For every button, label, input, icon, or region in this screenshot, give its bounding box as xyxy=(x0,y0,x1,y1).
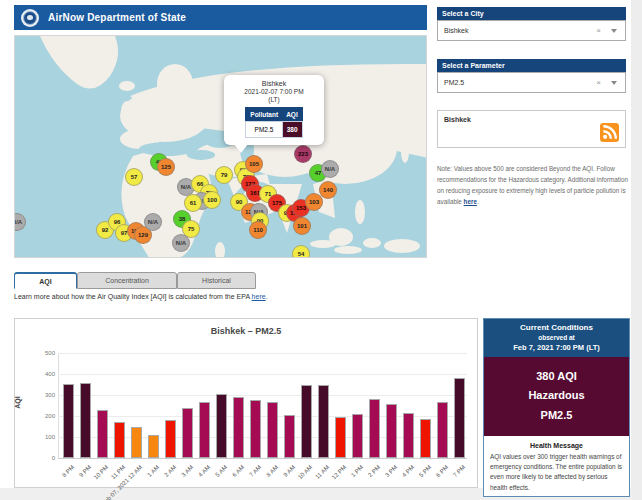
rss-icon[interactable] xyxy=(600,123,619,142)
chart-bar[interactable] xyxy=(386,404,397,458)
chart-bar[interactable] xyxy=(301,385,312,458)
chart-bar[interactable] xyxy=(250,400,261,458)
map-marker[interactable]: 79 xyxy=(215,166,233,184)
map-marker[interactable]: 105 xyxy=(245,155,263,173)
chart-gridline xyxy=(58,395,467,396)
parameter-select-value: PM2.5 xyxy=(444,79,464,86)
chart-gridline xyxy=(58,353,467,354)
chart-y-tick-label: 0 xyxy=(29,455,55,461)
tab-aqi[interactable]: AQI xyxy=(14,272,77,289)
learn-more-text: Learn more about how the Air Quality Ind… xyxy=(14,293,252,300)
chart-bar[interactable] xyxy=(284,415,295,458)
page: AirNow Department of State xyxy=(0,0,642,500)
chart-y-axis-label: AQI xyxy=(14,396,21,408)
chevron-down-icon[interactable] xyxy=(611,81,617,85)
aqi-bar-chart: Bishkek – PM2.5 AQI 01002003004005008 PM… xyxy=(14,318,478,488)
chart-gridline xyxy=(58,374,467,375)
popup-datetime: 2021-02-07 7:00 PM xyxy=(228,88,320,95)
learn-more-line: Learn more about how the Air Quality Ind… xyxy=(14,293,268,300)
current-conditions-datetime: Feb 7, 2021 7:00 PM (LT) xyxy=(486,343,627,352)
chart-y-tick-label: 300 xyxy=(29,392,55,398)
popup-city: Bishkek xyxy=(228,80,320,87)
popup-aqi-value: 380 xyxy=(282,122,302,138)
chart-bar[interactable] xyxy=(437,402,448,458)
app-title: AirNow Department of State xyxy=(48,12,186,23)
map-marker[interactable]: 110 xyxy=(249,221,267,239)
map-marker[interactable]: 57 xyxy=(125,168,143,186)
current-conditions-panel: Current Conditions observed at Feb 7, 20… xyxy=(483,318,630,497)
map-marker[interactable]: N/A xyxy=(144,213,162,231)
city-select-value: Bishkek xyxy=(444,27,469,34)
chart-x-axis xyxy=(58,458,467,459)
map-marker[interactable]: 125 xyxy=(157,158,175,176)
chart-bar[interactable] xyxy=(114,422,125,458)
chart-bar[interactable] xyxy=(148,435,159,458)
chart-y-tick-label: 400 xyxy=(29,371,55,377)
chart-bar[interactable] xyxy=(182,408,193,458)
map-marker[interactable]: 54 xyxy=(292,245,310,258)
page-background-strip xyxy=(631,0,642,500)
note-here-link[interactable]: here xyxy=(464,198,477,205)
chart-bar[interactable] xyxy=(165,420,176,458)
chart-bar[interactable] xyxy=(63,384,74,458)
rss-feed-city: Bishkek xyxy=(438,111,625,123)
select-city-header: Select a City xyxy=(437,7,626,20)
current-aqi-block: 380 AQI Hazardous PM2.5 xyxy=(484,357,629,436)
aqi-note-suffix: . xyxy=(477,198,479,205)
parameter-select[interactable]: PM2.5 × xyxy=(437,72,626,93)
chart-bar[interactable] xyxy=(352,414,363,458)
map-marker[interactable]: N/A xyxy=(321,160,339,178)
chart-bar[interactable] xyxy=(97,410,108,458)
clear-parameter-icon[interactable]: × xyxy=(596,73,601,92)
current-aqi-value: 380 AQI xyxy=(484,367,629,386)
select-parameter-header: Select a Parameter xyxy=(437,59,626,72)
map-marker[interactable]: 100 xyxy=(203,191,221,209)
city-select[interactable]: Bishkek × xyxy=(437,20,626,41)
chart-y-tick-label: 200 xyxy=(29,413,55,419)
epa-here-link[interactable]: here xyxy=(252,293,266,300)
health-message-section: Health Message AQI values over 300 trigg… xyxy=(484,436,629,497)
chart-bar[interactable] xyxy=(233,397,244,458)
chart-bar[interactable] xyxy=(335,417,346,458)
chart-bar[interactable] xyxy=(454,378,465,458)
current-conditions-header: Current Conditions observed at Feb 7, 20… xyxy=(484,319,629,357)
popup-timezone: (LT) xyxy=(228,96,320,103)
chart-bar[interactable] xyxy=(420,419,431,458)
current-aqi-pollutant: PM2.5 xyxy=(484,406,629,425)
rss-feed-box: Bishkek xyxy=(437,110,626,148)
chart-bar[interactable] xyxy=(369,399,380,458)
chart-title: Bishkek – PM2.5 xyxy=(15,326,477,336)
current-conditions-subtitle: observed at xyxy=(486,334,627,341)
map-marker[interactable]: 61 xyxy=(184,194,202,212)
map-popup: Bishkek 2021-02-07 7:00 PM (LT) Pollutan… xyxy=(224,75,324,145)
map-marker[interactable]: N/A xyxy=(172,234,190,252)
aqi-map[interactable]: N/A5741125929697103129N/AN/A6677N/A10061… xyxy=(14,35,427,258)
aqi-note: Note: Values above 500 are considered Be… xyxy=(437,163,629,207)
popup-col-aqi: AQI xyxy=(282,108,302,122)
map-basemap xyxy=(15,36,427,258)
map-marker[interactable]: 223 xyxy=(294,145,312,163)
chart-bar[interactable] xyxy=(403,413,414,458)
chart-bar[interactable] xyxy=(80,383,91,458)
tab-historical[interactable]: Historical xyxy=(177,272,256,289)
chart-y-axis xyxy=(58,353,59,458)
popup-aqi-table: Pollutant AQI PM2.5 380 xyxy=(245,107,302,138)
chart-bar[interactable] xyxy=(216,394,227,458)
chart-bar[interactable] xyxy=(131,427,142,458)
chart-bar[interactable] xyxy=(318,385,329,458)
app-header: AirNow Department of State xyxy=(14,5,427,30)
chart-y-tick-label: 500 xyxy=(29,350,55,356)
map-marker[interactable]: 140 xyxy=(319,181,337,199)
current-aqi-category: Hazardous xyxy=(484,386,629,405)
health-message-title: Health Message xyxy=(490,442,623,449)
health-message-text: AQI values over 300 trigger health warni… xyxy=(490,452,623,493)
chevron-down-icon[interactable] xyxy=(611,29,617,33)
clear-city-icon[interactable]: × xyxy=(596,21,601,40)
tab-concentration[interactable]: Concentration xyxy=(77,272,177,289)
chart-bar[interactable] xyxy=(267,402,278,458)
department-of-state-seal-icon xyxy=(21,9,39,27)
chart-y-tick-label: 100 xyxy=(29,434,55,440)
chart-bar[interactable] xyxy=(199,402,210,458)
current-conditions-title: Current Conditions xyxy=(486,323,627,332)
map-marker[interactable]: 101 xyxy=(293,217,311,235)
